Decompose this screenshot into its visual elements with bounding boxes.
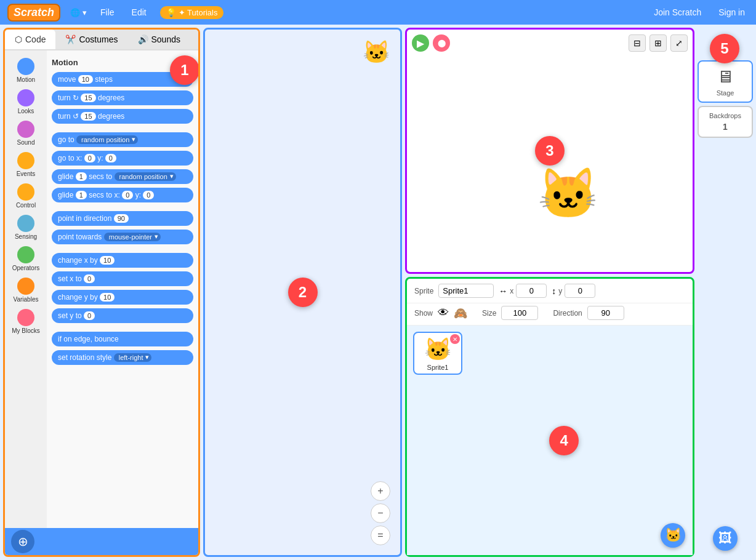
category-events[interactable]: Events [6, 150, 46, 180]
block-glide-2[interactable]: glide 1 secs to x: 0 y: 0 [52, 188, 193, 202]
left-panel: ⬡ Code ✂️ Costumes 🔊 Sounds Motion [3, 28, 200, 557]
block-set-x[interactable]: set x to 0 [52, 271, 193, 286]
join-scratch-btn[interactable]: Join Scratch [650, 6, 705, 18]
zoom-fit-btn[interactable]: = [371, 526, 390, 545]
category-variables[interactable]: Variables [6, 275, 46, 305]
block-rotation[interactable]: set rotation style left-right [52, 350, 193, 365]
y-label: y [558, 287, 562, 295]
tab-costumes[interactable]: ✂️ Costumes [55, 30, 127, 49]
my-blocks-label: My Blocks [12, 327, 40, 334]
sprite-info-row: Sprite ↔ x ↕ y [407, 279, 693, 303]
category-sound[interactable]: Sound [6, 118, 46, 148]
sprite-list: 4 ✕ 🐱 Sprite1 🐱 [407, 326, 693, 555]
add-backdrop-btn[interactable]: 🖼 [713, 526, 738, 551]
block-glide-1[interactable]: glide 1 secs to random position [52, 169, 193, 184]
stage-mini-select-btn[interactable]: 🖥 Stage [698, 60, 753, 103]
variables-dot [17, 278, 34, 295]
num-circle-3: 3 [535, 136, 565, 166]
size-label: Size [482, 309, 496, 318]
sprite-x-input[interactable] [516, 284, 547, 298]
stage-mini-panel: 5 🖥 Stage Backdrops 1 🖼 [698, 28, 753, 557]
looks-label: Looks [18, 108, 34, 114]
my-blocks-dot [17, 309, 34, 326]
block-point-direction[interactable]: point in direction 90 [52, 211, 193, 226]
zoom-in-btn[interactable]: + [371, 481, 390, 501]
sprite-thumb-img-1: 🐱 [424, 337, 452, 362]
glide-dropdown-1[interactable]: random position [115, 172, 176, 181]
variables-label: Variables [14, 296, 39, 303]
category-my-blocks[interactable]: My Blocks [6, 306, 46, 337]
operators-label: Operators [12, 265, 39, 271]
file-menu[interactable]: File [97, 6, 118, 18]
sprite-name-input[interactable] [438, 284, 494, 298]
looks-dot [17, 89, 34, 106]
category-sensing[interactable]: Sensing [6, 212, 46, 242]
block-go-to[interactable]: go to random position [52, 132, 193, 147]
category-looks[interactable]: Looks [6, 87, 46, 117]
sounds-tab-icon: 🔊 [138, 34, 148, 44]
block-bounce[interactable]: if on edge, bounce [52, 332, 193, 346]
add-extension-btn[interactable]: ⊕ [11, 530, 34, 553]
category-motion[interactable]: Motion [6, 55, 46, 86]
top-nav: Scratch 🌐 ▾ File Edit 💡 ✦ Tutorials Join… [0, 0, 756, 25]
sprite-thumb-label-1: Sprite1 [427, 364, 449, 371]
events-dot [17, 152, 34, 169]
num-circle-2: 2 [288, 278, 318, 307]
stage-fullscreen-btn[interactable]: ⤢ [670, 34, 688, 52]
control-dot [17, 183, 34, 201]
scratch-logo[interactable]: Scratch [7, 4, 60, 22]
zoom-out-btn[interactable]: − [371, 503, 390, 523]
nav-globe[interactable]: 🌐 ▾ [70, 8, 87, 17]
motion-dot [17, 58, 34, 75]
block-go-to-xy[interactable]: go to x: 0 y: 0 [52, 151, 193, 166]
add-backdrop-icon: 🖼 [718, 530, 732, 546]
main-layout: ⬡ Code ✂️ Costumes 🔊 Sounds Motion [0, 25, 756, 560]
category-operators[interactable]: Operators [6, 244, 46, 274]
green-flag-btn[interactable]: ▶ [412, 34, 429, 52]
show-eye-btn[interactable]: 👁 [438, 306, 449, 319]
code-tab-label: Code [25, 34, 46, 44]
block-change-y[interactable]: change y by 10 [52, 290, 193, 305]
point-towards-dropdown[interactable]: mouse-pointer [104, 233, 161, 241]
sign-in-btn[interactable]: Sign in [715, 6, 749, 18]
globe-arrow: ▾ [82, 8, 87, 17]
block-set-y[interactable]: set y to 0 [52, 308, 193, 323]
rotation-dropdown[interactable]: left-right [114, 353, 152, 362]
tab-sounds[interactable]: 🔊 Sounds [128, 30, 190, 49]
tutorials-btn[interactable]: 💡 ✦ Tutorials [160, 6, 224, 19]
block-turn-ccw[interactable]: turn ↺ 15 degrees [52, 109, 193, 124]
block-point-towards[interactable]: point towards mouse-pointer [52, 230, 193, 244]
events-label: Events [17, 170, 36, 177]
nav-right: Join Scratch Sign in [650, 6, 749, 18]
bulb-icon: 💡 [166, 8, 176, 17]
sprite-thumb-1[interactable]: ✕ 🐱 Sprite1 [413, 332, 462, 375]
block-turn-cw[interactable]: turn ↻ 15 degrees [52, 90, 193, 105]
sprite-delete-btn-1[interactable]: ✕ [450, 334, 460, 344]
sound-label: Sound [17, 139, 35, 146]
sprite-direction-input[interactable] [587, 306, 624, 320]
stage-controls: ▶ ⬤ [412, 34, 450, 52]
backdrops-count: 1 [723, 122, 728, 132]
hide-eye-btn[interactable]: 🙈 [454, 306, 467, 320]
sprite-size-input[interactable] [501, 306, 538, 320]
go-to-dropdown[interactable]: random position [76, 135, 138, 144]
stage-large-btn[interactable]: ⊞ [649, 34, 667, 52]
add-sprite-btn[interactable]: 🐱 [661, 523, 685, 548]
sprite-panel: Sprite ↔ x ↕ y Show 👁 🙈 Size [405, 277, 694, 557]
category-control[interactable]: Control [6, 181, 46, 211]
stage-small-btn[interactable]: ⊟ [629, 34, 646, 52]
sprite-y-input[interactable] [565, 284, 595, 298]
num-circle-5: 5 [710, 34, 739, 63]
tabs-bar: ⬡ Code ✂️ Costumes 🔊 Sounds [5, 30, 198, 50]
stage-label: Stage [717, 89, 734, 97]
stage-area: 3 ▶ ⬤ ⊟ ⊞ ⤢ 🐱 [405, 28, 694, 274]
tab-code[interactable]: ⬡ Code [5, 30, 55, 49]
backdrops-label: Backdrops [709, 112, 741, 119]
edit-menu[interactable]: Edit [128, 6, 150, 18]
add-sprite-icon: 🐱 [665, 527, 682, 543]
x-label: x [510, 287, 513, 295]
block-change-x[interactable]: change x by 10 [52, 253, 193, 268]
zoom-controls: + − = [371, 481, 390, 545]
stop-btn[interactable]: ⬤ [433, 34, 450, 52]
category-sidebar: Motion Looks Sound Events Control [5, 50, 47, 528]
